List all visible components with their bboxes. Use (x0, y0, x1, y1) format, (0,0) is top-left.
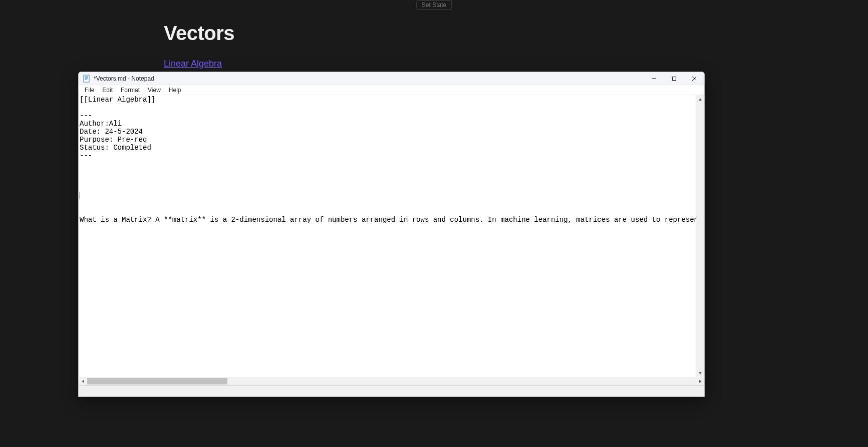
menu-view[interactable]: View (144, 86, 165, 94)
title-bar[interactable]: *Vectors.md - Notepad (79, 72, 704, 85)
menu-help[interactable]: Help (165, 86, 185, 94)
window-title: *Vectors.md - Notepad (94, 75, 154, 82)
close-button[interactable] (684, 72, 704, 85)
svg-marker-11 (82, 380, 84, 383)
window-controls (644, 72, 704, 85)
scroll-up-arrow-icon[interactable] (696, 95, 704, 104)
maximize-button[interactable] (664, 72, 684, 85)
menu-format[interactable]: Format (117, 86, 144, 94)
status-bar (79, 385, 704, 396)
menu-bar: File Edit Format View Help (79, 85, 704, 95)
hscroll-thumb[interactable] (87, 378, 227, 384)
menu-file[interactable]: File (81, 86, 98, 94)
scroll-right-arrow-icon[interactable] (696, 377, 704, 385)
text-editor[interactable]: [[Linear Algebra]] --- Author:Ali Date: … (79, 95, 696, 377)
svg-marker-9 (699, 98, 702, 101)
svg-marker-12 (699, 380, 702, 383)
background-page: Vectors Linear Algebra (164, 22, 234, 69)
vertical-scrollbar[interactable] (696, 95, 704, 377)
hscroll-track[interactable] (87, 377, 696, 385)
text-region: [[Linear Algebra]] --- Author:Ali Date: … (79, 95, 704, 377)
set-state-button[interactable]: Set State (416, 0, 452, 10)
wikilink-linear-algebra[interactable]: Linear Algebra (164, 59, 222, 69)
svg-marker-10 (699, 372, 702, 374)
scroll-left-arrow-icon[interactable] (79, 377, 87, 385)
notepad-icon (83, 75, 91, 83)
horizontal-scrollbar[interactable] (79, 377, 704, 385)
svg-rect-6 (673, 77, 676, 80)
page-title: Vectors (164, 22, 234, 45)
menu-edit[interactable]: Edit (98, 86, 117, 94)
notepad-window: *Vectors.md - Notepad File Edit Format V… (78, 72, 705, 397)
minimize-button[interactable] (644, 72, 664, 85)
scroll-down-arrow-icon[interactable] (696, 368, 704, 377)
